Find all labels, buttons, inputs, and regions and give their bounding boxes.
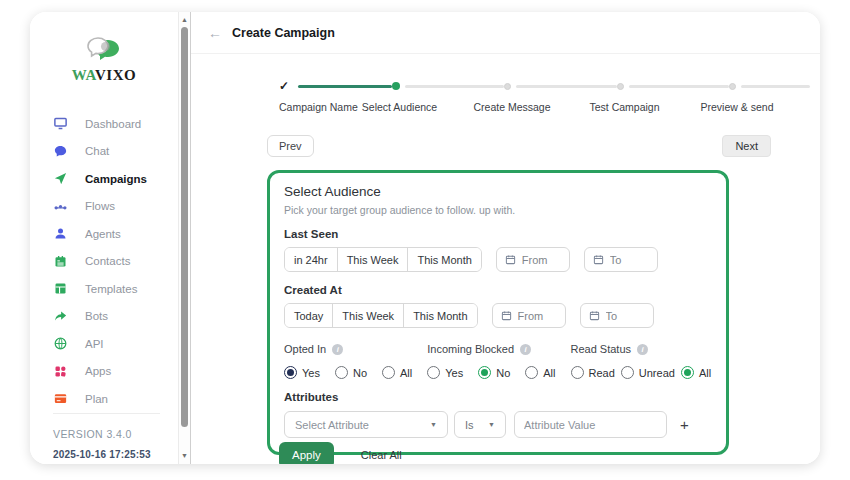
last-seen-from-field[interactable] [522, 254, 561, 266]
created-at-this-week-button[interactable]: This Week [332, 304, 403, 327]
sidebar-item-label: Templates [85, 283, 137, 295]
sidebar-item-bots[interactable]: Bots [53, 303, 178, 331]
attribute-value-input[interactable] [514, 411, 667, 438]
operator-select[interactable]: Is ▼ [454, 411, 506, 438]
step-label: Campaign Name [279, 101, 358, 113]
calendar-icon [505, 254, 516, 265]
step-preview-send[interactable]: Preview & send [729, 80, 810, 114]
last-seen-this-month-button[interactable]: This Month [407, 248, 480, 271]
opted-in-group: Opted In i Yes No All [284, 343, 427, 379]
send-plane-icon [53, 171, 68, 186]
brand-name: WAVIXO [30, 67, 178, 84]
sidebar-item-dashboard[interactable]: Dashboard [53, 110, 178, 138]
prev-button[interactable]: Prev [267, 135, 314, 157]
step-label: Create Message [473, 101, 550, 113]
created-at-quick-options: Today This Week This Month [284, 303, 478, 328]
sidebar-item-campaigns[interactable]: Campaigns [53, 165, 178, 193]
apps-grid-icon [53, 364, 68, 379]
sidebar-footer: VERSION 3.4.0 2025-10-16 17:25:53 [30, 413, 178, 465]
sidebar-item-chat[interactable]: Chat [53, 138, 178, 166]
opted-in-no-radio[interactable]: No [335, 366, 367, 379]
sidebar-item-label: Plan [85, 393, 108, 405]
created-at-from-input[interactable] [492, 303, 566, 328]
back-arrow-icon[interactable]: ← [208, 25, 222, 41]
apply-button[interactable]: Apply [279, 442, 334, 464]
opted-in-label: Opted In [284, 343, 326, 355]
panel-actions: Apply Clear All [279, 442, 820, 464]
step-dot [729, 83, 736, 90]
sidebar-item-plan[interactable]: Plan [53, 385, 178, 413]
last-seen-label: Last Seen [284, 228, 712, 240]
opted-in-yes-radio[interactable]: Yes [284, 366, 320, 379]
last-seen-this-week-button[interactable]: This Week [337, 248, 408, 271]
bots-arrow-icon [53, 309, 68, 324]
sidebar: WAVIXO Dashboard Chat Campaigns [30, 12, 178, 464]
scroll-down-arrow-icon[interactable]: ▼ [179, 451, 190, 461]
add-attribute-button[interactable]: + [680, 417, 689, 432]
main-content: ← Create Campaign ✓ Campaign Name Select… [191, 12, 820, 464]
created-at-to-input[interactable] [580, 303, 654, 328]
radio-checked-icon [478, 366, 491, 379]
sidebar-item-templates[interactable]: Templates [53, 275, 178, 303]
step-label: Preview & send [701, 101, 774, 113]
chevron-down-icon: ▼ [488, 421, 495, 428]
sidebar-item-apps[interactable]: Apps [53, 358, 178, 386]
sidebar-item-label: Campaigns [85, 173, 147, 185]
sidebar-item-agents[interactable]: Agents [53, 220, 178, 248]
last-seen-24hr-button[interactable]: in 24hr [285, 248, 337, 271]
filter-radio-row: Opted In i Yes No All Incoming Blocked i [284, 343, 712, 379]
step-dot-active [392, 82, 400, 90]
attribute-select[interactable]: Select Attribute ▼ [284, 411, 448, 438]
sidebar-item-label: Agents [85, 228, 121, 240]
radio-icon [525, 366, 538, 379]
campaign-stepper: ✓ Campaign Name Select Audience Create M… [279, 80, 810, 114]
created-at-to-field[interactable] [606, 310, 645, 322]
created-at-label: Created At [284, 284, 712, 296]
sidebar-item-label: Flows [85, 200, 115, 212]
next-button[interactable]: Next [722, 135, 771, 157]
contacts-badge-icon [53, 254, 68, 269]
chat-bubbles-logo-icon [81, 36, 127, 66]
read-status-group: Read Status i Read Unread All [571, 343, 718, 379]
info-icon[interactable]: i [637, 344, 648, 355]
radio-icon [571, 366, 584, 379]
panel-title: Select Audience [284, 184, 712, 199]
last-seen-to-field[interactable] [610, 254, 649, 266]
opted-in-all-radio[interactable]: All [382, 366, 412, 379]
sidebar-item-api[interactable]: API [53, 330, 178, 358]
scrollbar-thumb[interactable] [181, 27, 188, 427]
calendar-icon [593, 254, 604, 265]
incoming-blocked-all-radio[interactable]: All [525, 366, 555, 379]
page-header: ← Create Campaign [191, 12, 820, 54]
radio-icon [335, 366, 348, 379]
operator-value: Is [465, 419, 474, 431]
sidebar-item-label: Contacts [85, 255, 130, 267]
attributes-label: Attributes [284, 391, 712, 403]
brand-logo: WAVIXO [30, 36, 178, 84]
read-status-read-radio[interactable]: Read [571, 366, 615, 379]
clear-all-button[interactable]: Clear All [361, 449, 402, 461]
info-icon[interactable]: i [332, 344, 343, 355]
scroll-up-arrow-icon[interactable]: ▲ [179, 15, 190, 25]
incoming-blocked-label: Incoming Blocked [427, 343, 514, 355]
step-dot [504, 83, 511, 90]
vertical-scrollbar[interactable]: ▲ ▼ [178, 12, 191, 464]
agent-person-icon [53, 226, 68, 241]
created-at-row: Today This Week This Month [284, 303, 712, 328]
sidebar-item-label: Dashboard [85, 118, 141, 130]
incoming-blocked-yes-radio[interactable]: Yes [427, 366, 463, 379]
step-check-icon: ✓ [279, 80, 289, 92]
incoming-blocked-no-radio[interactable]: No [478, 366, 510, 379]
sidebar-item-flows[interactable]: Flows [53, 193, 178, 221]
created-at-today-button[interactable]: Today [285, 304, 332, 327]
read-status-all-radio[interactable]: All [681, 366, 711, 379]
last-seen-to-input[interactable] [584, 247, 658, 272]
read-status-unread-radio[interactable]: Unread [621, 366, 675, 379]
created-at-from-field[interactable] [518, 310, 557, 322]
dashboard-monitor-icon [53, 116, 68, 131]
created-at-this-month-button[interactable]: This Month [403, 304, 476, 327]
sidebar-item-contacts[interactable]: Contacts [53, 248, 178, 276]
radio-checked-icon [284, 366, 297, 379]
info-icon[interactable]: i [520, 344, 531, 355]
last-seen-from-input[interactable] [496, 247, 570, 272]
